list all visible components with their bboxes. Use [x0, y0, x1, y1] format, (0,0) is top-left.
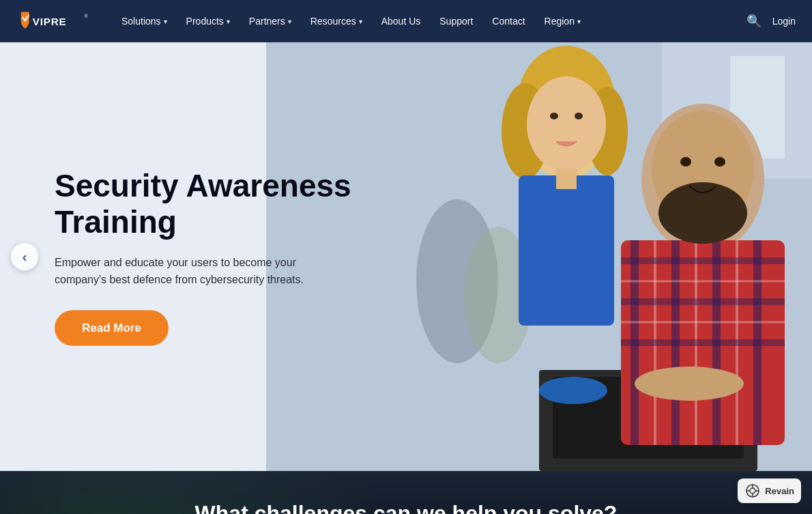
bottom-section: What challenges can we help you solve?	[0, 471, 812, 514]
svg-text:VIPRE: VIPRE	[33, 16, 67, 27]
nav-item-support[interactable]: Support	[431, 10, 481, 32]
search-icon[interactable]: 🔍	[746, 14, 762, 29]
hero-title: Security Awareness Training	[55, 168, 396, 240]
hero-prev-button[interactable]: ‹	[11, 243, 38, 270]
chevron-down-icon: ▾	[227, 18, 230, 25]
chevron-down-icon: ▾	[577, 18, 581, 25]
nav-item-resources[interactable]: Resources ▾	[302, 10, 371, 32]
svg-point-24	[658, 182, 747, 244]
hero-subtitle: Empower and educate your users to become…	[55, 253, 341, 288]
svg-rect-33	[556, 169, 577, 189]
chevron-down-icon: ▾	[164, 18, 167, 25]
nav-item-region[interactable]: Region ▾	[536, 10, 589, 32]
svg-rect-32	[519, 175, 614, 326]
nav-links: Solutions ▾ Products ▾ Partners ▾ Resour…	[113, 10, 746, 32]
hero-section: ‹ Security Awareness Training Empower an…	[0, 42, 812, 471]
chevron-down-icon: ▾	[359, 18, 362, 25]
svg-point-25	[680, 157, 691, 167]
chevron-down-icon: ▾	[288, 18, 291, 25]
hero-content: Security Awareness Training Empower and …	[55, 168, 396, 346]
svg-point-31	[527, 76, 606, 172]
nav-actions: 🔍 Login	[746, 14, 796, 29]
svg-text:®: ®	[85, 14, 88, 18]
svg-point-35	[575, 113, 583, 119]
nav-item-about[interactable]: About Us	[373, 10, 429, 32]
logo[interactable]: VIPRE ®	[16, 9, 91, 33]
nav-item-solutions[interactable]: Solutions ▾	[113, 10, 175, 32]
revain-badge: Revain	[738, 479, 801, 503]
revain-icon	[744, 483, 761, 499]
svg-point-37	[539, 377, 607, 404]
nav-item-products[interactable]: Products ▾	[178, 10, 238, 32]
svg-point-34	[550, 113, 558, 119]
read-more-button[interactable]: Read More	[55, 310, 169, 345]
revain-label: Revain	[765, 486, 794, 496]
svg-point-26	[714, 157, 725, 167]
svg-point-36	[635, 367, 744, 401]
login-button[interactable]: Login	[772, 16, 796, 27]
nav-item-partners[interactable]: Partners ▾	[241, 10, 300, 32]
navbar: VIPRE ® Solutions ▾ Products ▾ Partners …	[0, 0, 812, 42]
bottom-heading: What challenges can we help you solve?	[195, 501, 618, 514]
nav-item-contact[interactable]: Contact	[484, 10, 533, 32]
